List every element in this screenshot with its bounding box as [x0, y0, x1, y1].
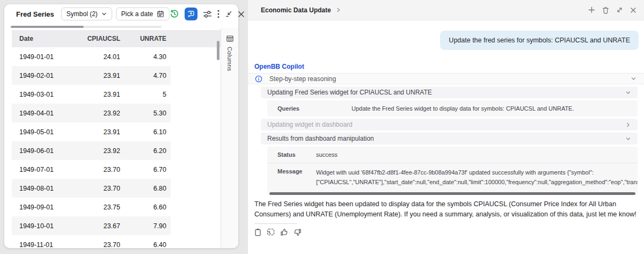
table-cell: 6.80	[120, 185, 166, 192]
table-row: 1949-01-0124.014.30	[12, 47, 171, 66]
assistant-name: OpenBB Copilot	[254, 63, 644, 70]
table-cell: 23.70	[87, 241, 120, 249]
column-header-date[interactable]: Date	[12, 35, 87, 42]
filters-scrollbar[interactable]	[11, 26, 162, 28]
message-label: Message	[267, 163, 316, 179]
status-row: Status success	[267, 147, 638, 163]
queries-row: Queries Update the Fred Series widget to…	[267, 100, 638, 117]
results-table: Status success Message Widget with uuid …	[267, 147, 638, 195]
regenerate-icon[interactable]	[267, 228, 275, 236]
date-picker-start[interactable]: Pick a date	[116, 8, 170, 20]
copy-icon[interactable]	[254, 228, 261, 236]
table-cell: 4.30	[120, 53, 166, 61]
kebab-menu-icon[interactable]	[217, 10, 219, 18]
message-scrollbar-thumb[interactable]	[269, 192, 635, 195]
table-cell: 23.91	[87, 91, 120, 98]
table-row: 1949-09-0123.756.60	[12, 198, 171, 216]
copilot-chat-panel: Economic Data Update Update the fred ser…	[248, 0, 644, 254]
message-line-1: Widget with uuid '68f47fb2-d8f1-4fee-87c…	[316, 168, 632, 178]
widget-filters: Symbol (2) Pick a date Pick a date	[61, 8, 170, 20]
breadcrumb-chevron-icon[interactable]	[336, 8, 341, 12]
thumbs-down-icon[interactable]	[294, 228, 302, 236]
table-cell: 6.70	[120, 166, 166, 173]
table-row: 1949-10-0123.677.90	[12, 216, 171, 235]
table-cell: 23.91	[87, 72, 120, 79]
table-cell: 4.70	[120, 72, 166, 79]
step-updating-widget[interactable]: Updating widget in dashboard	[261, 119, 638, 130]
table-cell: 1949-04-01	[12, 110, 87, 117]
widget-title: Fred Series	[16, 10, 54, 18]
table-body: 1949-01-0124.014.301949-02-0123.914.7019…	[12, 47, 171, 248]
close-icon[interactable]	[238, 11, 245, 18]
table-cell: 23.70	[87, 166, 120, 173]
table-cell: 23.75	[87, 204, 120, 211]
queries-label: Queries	[267, 100, 352, 117]
table-header: Date CPIAUCSL UNRATE	[12, 30, 221, 47]
step-label: Updating widget in dashboard	[267, 121, 353, 128]
status-label: Status	[267, 147, 316, 163]
copilot-chat-icon[interactable]	[185, 8, 197, 20]
user-message: Update the fred series for symbols: CPIA…	[440, 31, 639, 50]
settings-icon[interactable]	[203, 10, 212, 18]
filters-scrollbar-thumb[interactable]	[11, 26, 84, 28]
chevron-down-icon	[625, 136, 631, 142]
table-row: 1949-07-0123.706.70	[12, 160, 171, 179]
collapse-icon[interactable]	[225, 10, 232, 18]
table-cell: 23.67	[87, 222, 120, 230]
table-cell: 1949-02-01	[12, 72, 87, 79]
table-cell: 6.60	[120, 204, 166, 211]
table-row: 1949-04-0123.925.30	[12, 104, 171, 122]
refresh-icon[interactable]	[170, 9, 179, 19]
table-cell: 23.92	[87, 110, 120, 117]
queries-value: Update the Fred Series widget to display…	[352, 100, 580, 117]
table-row: 1949-03-0123.915	[12, 85, 171, 104]
step-label: Updating Fred Series widget for CPIAUCSL…	[267, 89, 432, 96]
step-results[interactable]: Results from dashboard manipulation	[261, 133, 638, 144]
reasoning-accordion[interactable]: Step-by-step reasoning	[248, 73, 644, 84]
table-cell: 24.01	[87, 53, 120, 61]
table-cell: 1949-08-01	[12, 185, 87, 192]
table-cell: 1949-11-01	[12, 241, 87, 249]
thumbs-up-icon[interactable]	[280, 228, 288, 236]
table-cell: 7.90	[120, 222, 166, 230]
chevron-down-icon	[101, 11, 107, 17]
table-cell: 23.92	[87, 147, 120, 155]
table-row: 1949-05-0123.916.10	[12, 122, 171, 141]
columns-panel-toggle[interactable]: Columns	[221, 28, 238, 248]
answer-divider	[254, 223, 297, 224]
message-row: Message Widget with uuid '68f47fb2-d8f1-…	[267, 163, 638, 192]
close-icon[interactable]	[630, 7, 636, 13]
table-scrollbar-thumb[interactable]	[217, 41, 219, 60]
date-picker-start-label: Pick a date	[121, 10, 153, 18]
column-header-unrate[interactable]: UNRATE	[120, 35, 166, 42]
table-cell: 1949-07-01	[12, 166, 87, 173]
table-cell: 1949-06-01	[12, 147, 87, 155]
chevron-down-icon	[631, 76, 636, 82]
table-row: 1949-06-0123.926.20	[12, 141, 171, 160]
table-row: 1949-02-0123.914.70	[12, 66, 171, 85]
assistant-final-answer: The Fred Series widget has been updated …	[254, 199, 638, 220]
table-cell: 6.40	[120, 241, 166, 249]
table-cell: 1949-05-01	[12, 128, 87, 136]
chat-header: Economic Data Update	[248, 0, 644, 20]
table-row: 1949-08-0123.706.80	[12, 179, 171, 198]
expand-icon[interactable]	[616, 6, 623, 13]
step-updating-fred-series[interactable]: Updating Fred Series widget for CPIAUCSL…	[261, 86, 638, 98]
table-cell: 5.30	[120, 110, 166, 117]
table-cell: 23.70	[87, 185, 120, 192]
chevron-down-icon	[625, 90, 631, 96]
columns-icon	[226, 35, 233, 42]
trash-icon[interactable]	[602, 6, 609, 14]
new-chat-icon[interactable]	[588, 6, 595, 13]
table-row: 1949-11-0123.706.40	[12, 235, 171, 248]
table-cell: 1949-03-01	[12, 91, 87, 98]
table-cell: 1949-09-01	[12, 204, 87, 211]
answer-actions	[254, 228, 644, 236]
column-header-cpiaucsl[interactable]: CPIAUCSL	[87, 35, 120, 42]
table-cell: 5	[120, 91, 166, 98]
info-icon	[255, 75, 262, 83]
symbol-dropdown[interactable]: Symbol (2)	[61, 8, 112, 20]
message-value: Widget with uuid '68f47fb2-d8f1-4fee-87c…	[316, 163, 638, 192]
reasoning-label: Step-by-step reasoning	[269, 75, 336, 83]
message-line-2: ["CPIAUCSL","UNRATE"],"start_date":null,…	[316, 178, 632, 187]
